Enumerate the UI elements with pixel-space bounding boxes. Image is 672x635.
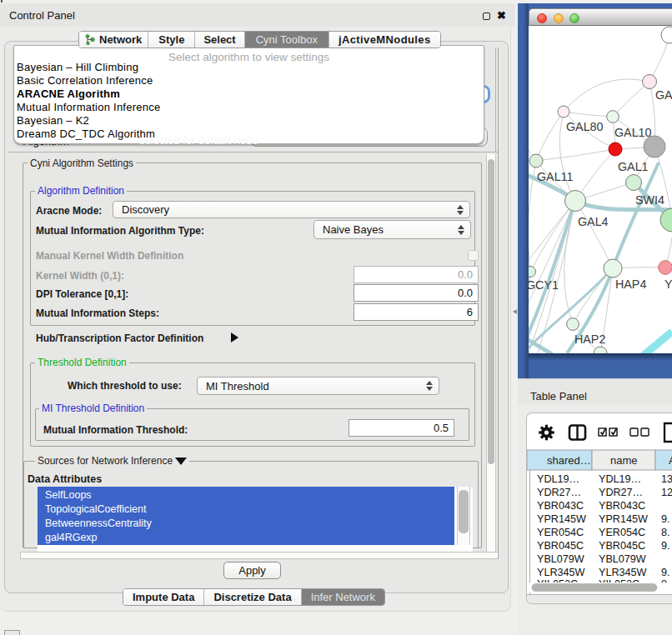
svg-text:HAP2: HAP2 xyxy=(574,332,605,346)
svg-text:12: 12 xyxy=(661,487,672,498)
svg-text:shared…: shared… xyxy=(547,454,591,467)
svg-text:YBR043C: YBR043C xyxy=(599,500,645,512)
svg-text:A: A xyxy=(669,454,672,467)
svg-text:YBR043C: YBR043C xyxy=(537,500,584,512)
svg-text:GAL11: GAL11 xyxy=(537,170,573,183)
svg-text:YJ: YJ xyxy=(664,278,672,291)
svg-text:YBL079W: YBL079W xyxy=(599,553,646,565)
svg-text:YDR27…: YDR27… xyxy=(599,487,643,498)
svg-text:YPR145W: YPR145W xyxy=(599,513,648,525)
svg-text:name: name xyxy=(610,454,638,467)
svg-text:YDL19…: YDL19… xyxy=(537,473,579,485)
svg-text:8.: 8. xyxy=(661,527,670,538)
svg-text:9.: 9. xyxy=(661,567,670,578)
svg-text:GAL7: GAL7 xyxy=(655,88,672,102)
svg-text:HAP4: HAP4 xyxy=(615,278,646,291)
svg-text:YLR345W: YLR345W xyxy=(537,567,585,578)
svg-text:GAL10: GAL10 xyxy=(614,126,652,139)
svg-text:GAL80: GAL80 xyxy=(566,120,604,133)
svg-text:9.: 9. xyxy=(661,540,670,552)
svg-text:GAL4: GAL4 xyxy=(578,215,609,228)
svg-text:GAL1: GAL1 xyxy=(618,160,649,173)
svg-text:YER054C: YER054C xyxy=(537,527,584,538)
svg-text:GCY1: GCY1 xyxy=(529,278,559,292)
svg-text:YLR345W: YLR345W xyxy=(599,567,647,578)
svg-text:13: 13 xyxy=(661,473,672,485)
svg-text:9.: 9. xyxy=(661,513,670,525)
svg-text:YDL19…: YDL19… xyxy=(599,473,641,485)
svg-text:YER054C: YER054C xyxy=(599,527,645,538)
svg-text:YDR27…: YDR27… xyxy=(537,487,581,498)
svg-text:YPR145W: YPR145W xyxy=(537,513,586,525)
svg-text:YBR045C: YBR045C xyxy=(599,540,645,552)
svg-text:SWI4: SWI4 xyxy=(635,193,664,207)
svg-text:YBR045C: YBR045C xyxy=(537,540,584,552)
svg-text:YBL079W: YBL079W xyxy=(537,553,584,565)
